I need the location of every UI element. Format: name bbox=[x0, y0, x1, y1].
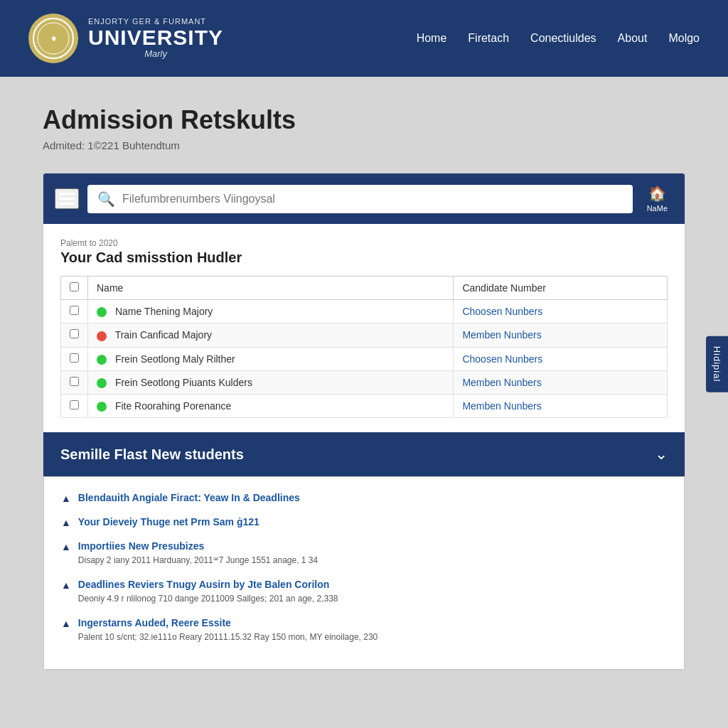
news-title[interactable]: Importiies New Presubizes bbox=[78, 540, 204, 552]
table-label: Palemt to 2020 bbox=[60, 238, 668, 248]
candidate-link[interactable]: Choosen Nunbers bbox=[462, 353, 542, 365]
nav-home[interactable]: Home bbox=[417, 32, 447, 45]
accordion: Semille Flast New students ⌄ bbox=[43, 432, 685, 476]
table-row: Fite Roorahing Porenance Memben Nunbers bbox=[61, 395, 668, 418]
table-wrapper: Name Candidate Number Name Thening Major… bbox=[60, 276, 668, 418]
main-content: Admission Retskults Admited: 1©221 Buhte… bbox=[0, 77, 728, 699]
row-name: Frein Seotlong Maly Rilther bbox=[88, 347, 454, 370]
name-button[interactable]: 🏠 NaMe bbox=[641, 182, 673, 215]
row-candidate: Choosen Nunbers bbox=[454, 300, 668, 323]
news-bullet-icon: ▲ bbox=[61, 541, 71, 552]
candidate-link[interactable]: Memben Nunbers bbox=[462, 400, 541, 412]
status-indicator bbox=[97, 378, 107, 388]
university-top-line: ENJORTY GER & FURMANT bbox=[88, 17, 223, 26]
table-row: Frein Seotlong Piuants Kulders Memben Nu… bbox=[61, 370, 668, 394]
accordion-title: Semille Flast New students bbox=[60, 446, 244, 463]
row-name: Frein Seotlong Piuants Kulders bbox=[88, 370, 454, 394]
news-title[interactable]: Blendauith Angiale Firact: Yeaw In & Dea… bbox=[78, 492, 300, 503]
news-title[interactable]: Ingerstarns Auded, Reere Essite bbox=[78, 617, 231, 628]
nav-molgo[interactable]: Molgo bbox=[668, 32, 700, 45]
row-checkbox-cell bbox=[61, 395, 88, 418]
candidate-link[interactable]: Memben Nunbers bbox=[462, 329, 541, 341]
svg-text:⚜: ⚜ bbox=[50, 35, 57, 43]
row-checkbox[interactable] bbox=[70, 353, 79, 363]
col-checkbox bbox=[61, 277, 88, 300]
row-checkbox-cell bbox=[61, 370, 88, 394]
site-header: ⚜ ENJORTY GER & FURMANT UNIVERSITY Marly… bbox=[0, 0, 728, 77]
row-checkbox[interactable] bbox=[70, 377, 79, 386]
logo: ⚜ ENJORTY GER & FURMANT UNIVERSITY Marly bbox=[28, 14, 223, 63]
hamburger-button[interactable] bbox=[55, 188, 79, 209]
col-candidate: Candidate Number bbox=[454, 277, 668, 300]
accordion-header[interactable]: Semille Flast New students ⌄ bbox=[43, 432, 685, 476]
row-checkbox-cell bbox=[61, 347, 88, 370]
table-title: Your Cad smisstion Hudler bbox=[60, 250, 668, 266]
select-all-checkbox[interactable] bbox=[70, 282, 79, 291]
page-subtitle: Admited: 1©221 Buhtendtum bbox=[43, 139, 685, 151]
chevron-down-icon: ⌄ bbox=[655, 445, 668, 464]
news-bullet-icon: ▲ bbox=[61, 517, 71, 528]
row-name: Name Thening Majory bbox=[88, 300, 454, 323]
card-header: 🔍 🏠 NaMe bbox=[43, 173, 685, 224]
row-candidate: Choosen Nunbers bbox=[454, 347, 668, 370]
nav-about[interactable]: About bbox=[618, 32, 648, 45]
row-candidate: Memben Nunbers bbox=[454, 323, 668, 347]
news-item: ▲ Ingerstarns Auded, Reere Essite Palent… bbox=[61, 616, 667, 643]
name-btn-label: NaMe bbox=[647, 204, 668, 213]
university-main-name: UNIVERSITY bbox=[88, 26, 223, 49]
row-name: Train Canficad Majory bbox=[88, 323, 454, 347]
university-name-block: ENJORTY GER & FURMANT UNIVERSITY Marly bbox=[88, 17, 223, 59]
table-scroll-area[interactable]: Name Candidate Number Name Thening Major… bbox=[60, 276, 668, 418]
university-sub-name: Marly bbox=[88, 49, 223, 59]
candidate-link[interactable]: Memben Nunbers bbox=[462, 377, 541, 388]
main-card: 🔍 🏠 NaMe Palemt to 2020 Your Cad smissti… bbox=[43, 173, 685, 670]
table-section: Palemt to 2020 Your Cad smisstion Hudler… bbox=[43, 224, 685, 432]
news-content: Importiies New Presubizes Disapy 2 iany … bbox=[78, 540, 318, 567]
news-bullet-icon: ▲ bbox=[61, 618, 71, 629]
news-item: ▲ Deadlines Reviers Tnugy Ausirn by Jte … bbox=[61, 578, 667, 605]
news-bullet-icon: ▲ bbox=[61, 579, 71, 591]
news-content: Ingerstarns Auded, Reere Essite Palent 1… bbox=[78, 616, 378, 643]
table-row: Train Canficad Majory Memben Nunbers bbox=[61, 323, 668, 347]
table-row: Frein Seotlong Maly Rilther Choosen Nunb… bbox=[61, 347, 668, 370]
news-desc: Disapy 2 iany 2011 Harduany, 2011ᵆ7 Jung… bbox=[78, 555, 318, 567]
feedback-tab[interactable]: Hidipial bbox=[706, 336, 728, 392]
row-candidate: Memben Nunbers bbox=[454, 395, 668, 418]
search-icon: 🔍 bbox=[97, 191, 115, 208]
row-checkbox-cell bbox=[61, 300, 88, 323]
news-content: Deadlines Reviers Tnugy Ausirn by Jte Ba… bbox=[78, 578, 338, 605]
nav-firetach[interactable]: Firetach bbox=[468, 32, 509, 45]
university-seal: ⚜ bbox=[28, 14, 78, 63]
news-desc: Deoniy 4.9 r nlilonog 710 dange 2011009 … bbox=[78, 593, 338, 605]
main-nav: Home Firetach Conectiuldes About Molgo bbox=[417, 32, 700, 45]
row-checkbox[interactable] bbox=[70, 400, 79, 410]
row-checkbox-cell bbox=[61, 323, 88, 347]
col-name: Name bbox=[88, 277, 454, 300]
row-checkbox[interactable] bbox=[70, 306, 79, 315]
status-indicator bbox=[97, 402, 107, 412]
candidates-table: Name Candidate Number Name Thening Major… bbox=[60, 276, 668, 418]
news-desc: Palent 10 s/cnt; 32.ie111o Reary 20111.1… bbox=[78, 631, 378, 643]
search-input[interactable] bbox=[122, 193, 623, 205]
news-content: Blendauith Angiale Firact: Yeaw In & Dea… bbox=[78, 491, 300, 504]
row-name: Fite Roorahing Porenance bbox=[88, 395, 454, 418]
news-item: ▲ Importiies New Presubizes Disapy 2 ian… bbox=[61, 540, 667, 567]
status-indicator bbox=[97, 355, 107, 365]
news-title[interactable]: Your Dieveiy Thuge net Prm Sam ġ121 bbox=[78, 516, 259, 528]
news-section: ▲ Blendauith Angiale Firact: Yeaw In & D… bbox=[43, 476, 685, 669]
status-indicator bbox=[97, 331, 107, 341]
candidate-link[interactable]: Choosen Nunbers bbox=[462, 306, 542, 317]
news-item: ▲ Blendauith Angiale Firact: Yeaw In & D… bbox=[61, 491, 667, 504]
row-candidate: Memben Nunbers bbox=[454, 370, 668, 394]
name-btn-icon: 🏠 bbox=[648, 185, 666, 202]
news-content: Your Dieveiy Thuge net Prm Sam ġ121 bbox=[78, 515, 259, 528]
table-row: Name Thening Majory Choosen Nunbers bbox=[61, 300, 668, 323]
news-item: ▲ Your Dieveiy Thuge net Prm Sam ġ121 bbox=[61, 515, 667, 528]
nav-conectiuldes[interactable]: Conectiuldes bbox=[530, 32, 596, 45]
news-bullet-icon: ▲ bbox=[61, 493, 71, 504]
page-title: Admission Retskults bbox=[43, 105, 685, 135]
news-title[interactable]: Deadlines Reviers Tnugy Ausirn by Jte Ba… bbox=[78, 579, 329, 590]
search-bar: 🔍 bbox=[87, 185, 633, 213]
row-checkbox[interactable] bbox=[70, 329, 79, 338]
status-indicator bbox=[97, 307, 107, 317]
